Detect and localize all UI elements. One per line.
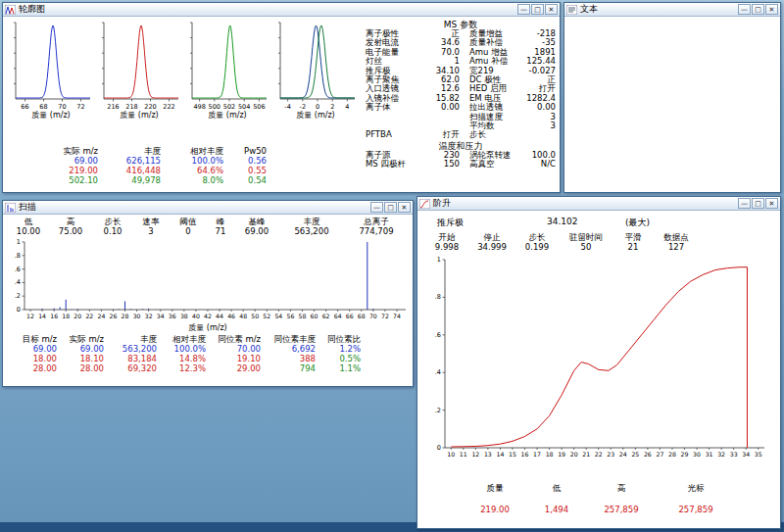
table-cell: 29.00 — [211, 363, 266, 373]
ramp-curve-chart[interactable]: 0.2.4.6.81101112131415161718192021222324… — [419, 254, 776, 467]
table-cell: 83,184 — [109, 354, 162, 363]
close-button[interactable]: ✕ — [765, 4, 778, 15]
field-value: 563,200 — [279, 226, 344, 236]
svg-text:216: 216 — [107, 103, 119, 111]
scan-spectrum-chart[interactable]: 0.2.4.6.81121416182022242628303234363840… — [5, 238, 411, 326]
field-value: 34.999 — [468, 242, 515, 252]
svg-text:.8: .8 — [15, 252, 21, 260]
table-row: 18.0018.1083,18414.8%19.103880.5% — [15, 354, 366, 363]
table-cell: 18.10 — [62, 354, 109, 363]
param-cell — [420, 113, 460, 121]
table-cell: 8.0% — [166, 175, 228, 185]
svg-text:24: 24 — [619, 451, 627, 458]
field-value: 71 — [207, 226, 234, 236]
field-6: 基峰69.00 — [234, 217, 279, 236]
param-cell: 步长 — [460, 130, 514, 139]
field-label: 平滑 — [613, 232, 653, 242]
svg-text:74: 74 — [393, 313, 401, 319]
column-header: 丰度 — [109, 334, 162, 344]
param-row: 扫描速度3 — [366, 113, 556, 121]
svg-text:62: 62 — [322, 313, 330, 319]
table-cell: 219.00 — [48, 166, 103, 175]
svg-text:28: 28 — [668, 451, 676, 458]
ramp-cursor-fields: 质量219.00低1,494高257,859光标257,859 — [461, 483, 733, 514]
table-cell: 49,978 — [103, 175, 166, 185]
window-title: 扫描 — [19, 201, 36, 214]
param-cell: 70.0 — [420, 48, 460, 57]
maximize-button[interactable]: □ — [752, 198, 764, 209]
minimize-button[interactable]: — — [517, 4, 530, 15]
maximize-button[interactable]: □ — [752, 4, 764, 15]
table-cell: 626,115 — [103, 156, 166, 166]
field-label: 总离子 — [344, 217, 409, 226]
field-5: 峰71 — [207, 217, 234, 236]
close-button[interactable]: ✕ — [545, 4, 558, 15]
table-cell: 502.10 — [48, 175, 103, 185]
table-cell: 18.00 — [15, 354, 62, 363]
param-cell: 0.00 — [514, 103, 556, 112]
svg-text:20: 20 — [74, 313, 81, 319]
maximize-button[interactable]: □ — [384, 202, 397, 213]
column-header: 同位素 m/z — [211, 334, 266, 344]
field-2: 步长0.199 — [515, 232, 559, 252]
svg-text:68: 68 — [358, 313, 366, 319]
profile-plot-svg: 216218220222 — [95, 19, 183, 111]
svg-text:42: 42 — [204, 313, 212, 319]
titlebar-scan[interactable]: 扫描 — □ ✕ — [3, 201, 413, 215]
minimize-button[interactable]: — — [370, 202, 383, 213]
field-label: 驻留时间 — [559, 232, 613, 242]
field-8: 总离子774,709 — [344, 217, 409, 236]
svg-text:72: 72 — [381, 313, 389, 319]
titlebar-text[interactable]: 文本 — □ ✕ — [564, 3, 780, 17]
svg-text:.6: .6 — [15, 266, 21, 273]
field-value: 21 — [613, 242, 653, 252]
svg-text:.2: .2 — [15, 292, 21, 300]
field-7: 丰度563,200 — [279, 217, 344, 236]
svg-text:36: 36 — [169, 313, 176, 319]
profile-plot-svg: 66687072 — [7, 19, 95, 111]
field-3: 光标257,859 — [659, 483, 733, 514]
svg-text:66: 66 — [346, 313, 354, 319]
table-cell: 0.55 — [228, 166, 271, 175]
field-0: 质量219.00 — [461, 483, 529, 514]
profile-plot-mass219: 216218220222 质量 (m/z) — [95, 19, 183, 121]
field-value: 10.00 — [9, 226, 48, 236]
svg-text:222: 222 — [163, 103, 174, 111]
svg-text:56: 56 — [286, 313, 294, 319]
param-row: 离子体0.00拉出透镜0.00 — [366, 103, 556, 112]
svg-text:12: 12 — [26, 313, 34, 319]
param-cell: PFTBA — [366, 130, 420, 139]
titlebar-profile[interactable]: 轮廓图 — □ ✕ — [3, 3, 560, 17]
profile-plot-svg: 498500502504506 — [183, 19, 271, 111]
maximize-button[interactable]: □ — [531, 4, 544, 15]
close-button[interactable]: ✕ — [765, 198, 778, 209]
svg-text:64: 64 — [334, 313, 342, 319]
ramp-param-note: (最大) — [625, 217, 650, 229]
field-label: 步长 — [515, 232, 559, 242]
scan-results-table: 目标 m/z实际 m/z丰度相对丰度同位素 m/z同位素丰度同位素比69.006… — [15, 334, 366, 373]
table-row: 69.0069.00563,200100.0%70.006,6921.2% — [15, 344, 366, 354]
field-3: 驻留时间50 — [559, 232, 613, 252]
svg-text:19: 19 — [558, 451, 565, 458]
svg-text:18: 18 — [546, 451, 554, 458]
svg-text:16: 16 — [521, 451, 529, 458]
table-cell: 0.56 — [228, 156, 271, 166]
field-value: 127 — [653, 242, 700, 252]
ramp-parameter-line: 推斥极 34.102 (最大) — [417, 217, 780, 227]
svg-text:58: 58 — [299, 313, 307, 319]
column-header: 相对丰度 — [166, 146, 228, 156]
text-window-content — [564, 17, 780, 192]
table-row: 502.1049,9788.0%0.54 — [48, 175, 271, 185]
close-button[interactable]: ✕ — [398, 202, 411, 213]
minimize-button[interactable]: — — [738, 4, 751, 15]
minimize-button[interactable]: — — [738, 198, 751, 209]
column-header: 实际 m/z — [48, 146, 103, 156]
table-cell: 100.0% — [166, 156, 228, 166]
table-cell: 6,692 — [266, 344, 320, 354]
titlebar-ramp[interactable]: 阶升 — □ ✕ — [417, 197, 780, 211]
field-label: 阈值 — [170, 217, 207, 226]
profile-plot-mass69: 66687072 质量 (m/z) — [7, 19, 95, 121]
x-axis-label: 质量 (m/z) — [271, 110, 360, 121]
param-row: PFTBA打开步长 — [366, 130, 556, 139]
field-5: 数据点127 — [653, 232, 700, 252]
